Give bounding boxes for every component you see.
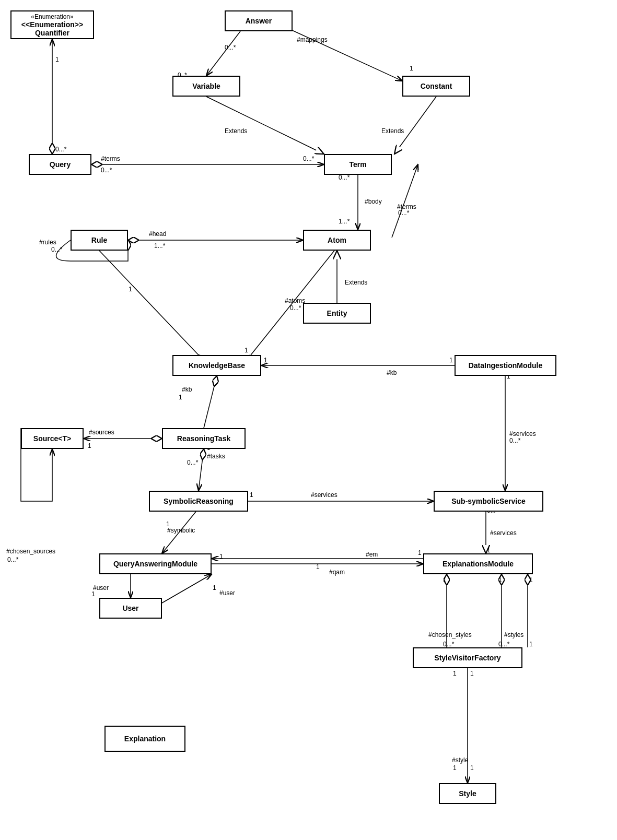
answer-box: Answer xyxy=(225,10,293,31)
queryanswering-box: QueryAnsweringModule xyxy=(99,553,212,574)
svg-text:1: 1 xyxy=(250,491,253,499)
svg-text:#symbolic: #symbolic xyxy=(167,527,195,534)
svg-text:0...*: 0...* xyxy=(290,304,301,312)
svg-text:0...*: 0...* xyxy=(101,167,112,174)
quantifier-stereotype: «Enumeration» xyxy=(31,13,73,20)
atom-label: Atom xyxy=(328,236,346,244)
explanation-label: Explanation xyxy=(124,735,166,743)
svg-text:1: 1 xyxy=(449,357,453,364)
svg-line-12 xyxy=(206,97,324,154)
sourcet-box: Source<T> xyxy=(21,428,84,449)
symbolicreasoning-box: SymbolicReasoning xyxy=(149,491,248,512)
quantifier-box: «Enumeration» <<Enumeration>> Quantifier xyxy=(10,10,94,39)
explanationsmodule-label: ExplanationsModule xyxy=(443,560,514,568)
svg-text:1: 1 xyxy=(443,576,447,584)
svg-text:#services: #services xyxy=(509,430,536,437)
svg-text:#kb: #kb xyxy=(387,369,397,376)
svg-text:0...*: 0...* xyxy=(498,641,510,648)
svg-text:Extends: Extends xyxy=(225,127,247,135)
term-box: Term xyxy=(324,154,392,175)
svg-text:#atoms: #atoms xyxy=(285,297,305,304)
svg-text:#tasks: #tasks xyxy=(207,453,225,460)
svg-text:1: 1 xyxy=(470,764,474,772)
svg-text:0...*: 0...* xyxy=(398,209,410,217)
svg-text:0...*: 0...* xyxy=(339,174,350,181)
rule-box: Rule xyxy=(71,230,128,251)
svg-text:1: 1 xyxy=(129,286,132,293)
reasoningtask-label: ReasoningTask xyxy=(177,434,230,443)
svg-line-84 xyxy=(162,574,212,603)
rule-label: Rule xyxy=(91,236,107,244)
svg-text:1: 1 xyxy=(179,394,182,401)
term-label: Term xyxy=(349,160,366,169)
svg-text:#chosen_sources: #chosen_sources xyxy=(6,548,55,555)
svg-text:1: 1 xyxy=(487,547,491,554)
svg-text:#rules: #rules xyxy=(39,239,56,246)
svg-text:#sources: #sources xyxy=(89,429,114,436)
diagram-lines: 0...* 1 0...* 0..* 1 #mappings Extends E… xyxy=(0,0,617,840)
svg-text:1: 1 xyxy=(418,549,422,557)
entity-label: Entity xyxy=(327,309,347,317)
svg-text:1: 1 xyxy=(166,520,170,528)
query-label: Query xyxy=(50,160,71,169)
svg-text:1: 1 xyxy=(453,764,457,772)
variable-label: Variable xyxy=(192,82,220,90)
svg-line-53 xyxy=(199,449,204,491)
svg-text:0...*: 0...* xyxy=(443,641,455,648)
svg-text:#services: #services xyxy=(490,529,517,537)
subsymbolic-label: Sub-symbolicService xyxy=(451,497,526,505)
style-box: Style xyxy=(439,783,496,804)
svg-line-14 xyxy=(394,97,436,154)
svg-text:1: 1 xyxy=(91,590,95,598)
svg-text:1: 1 xyxy=(453,670,457,677)
explanation-box: Explanation xyxy=(104,726,185,752)
svg-text:0...*: 0...* xyxy=(303,155,315,162)
svg-text:1: 1 xyxy=(264,357,267,364)
explanationsmodule-box: ExplanationsModule xyxy=(423,553,533,574)
svg-text:#services: #services xyxy=(311,491,337,499)
svg-text:0...*: 0...* xyxy=(187,459,199,466)
svg-text:#mappings: #mappings xyxy=(297,36,328,43)
svg-text:#body: #body xyxy=(365,198,382,205)
constant-box: Constant xyxy=(402,76,470,97)
user-label: User xyxy=(122,604,138,612)
sourcet-label: Source<T> xyxy=(33,434,71,443)
svg-text:1: 1 xyxy=(55,56,59,63)
symbolicreasoning-label: SymbolicReasoning xyxy=(164,497,234,505)
svg-text:1: 1 xyxy=(213,584,216,591)
dataingestion-label: DataIngestionModule xyxy=(469,361,543,370)
svg-text:Extends: Extends xyxy=(345,279,367,286)
variable-box: Variable xyxy=(172,76,240,97)
svg-text:1: 1 xyxy=(219,553,223,560)
knowledgebase-label: KnowledgeBase xyxy=(189,361,245,370)
svg-text:1...*: 1...* xyxy=(154,242,166,250)
user-box: User xyxy=(99,598,162,619)
svg-line-33 xyxy=(99,251,199,355)
quantifier-label: <<Enumeration>> Quantifier xyxy=(16,20,89,37)
knowledgebase-box: KnowledgeBase xyxy=(172,355,261,376)
svg-text:0...*: 0...* xyxy=(225,44,236,51)
style-label: Style xyxy=(459,789,476,798)
svg-text:#style: #style xyxy=(452,756,469,764)
svg-text:1: 1 xyxy=(410,65,413,72)
svg-text:1: 1 xyxy=(470,670,474,677)
svg-text:1: 1 xyxy=(498,576,502,584)
svg-text:#chosen_styles: #chosen_styles xyxy=(428,631,472,638)
svg-text:1: 1 xyxy=(529,576,533,584)
subsymbolic-box: Sub-symbolicService xyxy=(434,491,543,512)
reasoningtask-box: ReasoningTask xyxy=(162,428,246,449)
atom-box: Atom xyxy=(303,230,371,251)
svg-text:#head: #head xyxy=(149,230,166,238)
constant-label: Constant xyxy=(421,82,452,90)
svg-text:#qam: #qam xyxy=(329,569,345,576)
svg-text:#em: #em xyxy=(366,551,378,558)
svg-line-24 xyxy=(392,164,418,238)
svg-text:1: 1 xyxy=(245,347,248,354)
svg-text:0...*: 0...* xyxy=(509,437,521,444)
svg-text:#kb: #kb xyxy=(182,386,192,393)
svg-text:1: 1 xyxy=(316,563,320,571)
svg-text:#user: #user xyxy=(93,584,109,591)
svg-line-45 xyxy=(204,376,217,428)
svg-text:1: 1 xyxy=(88,442,91,449)
svg-text:1...*: 1...* xyxy=(339,218,350,225)
